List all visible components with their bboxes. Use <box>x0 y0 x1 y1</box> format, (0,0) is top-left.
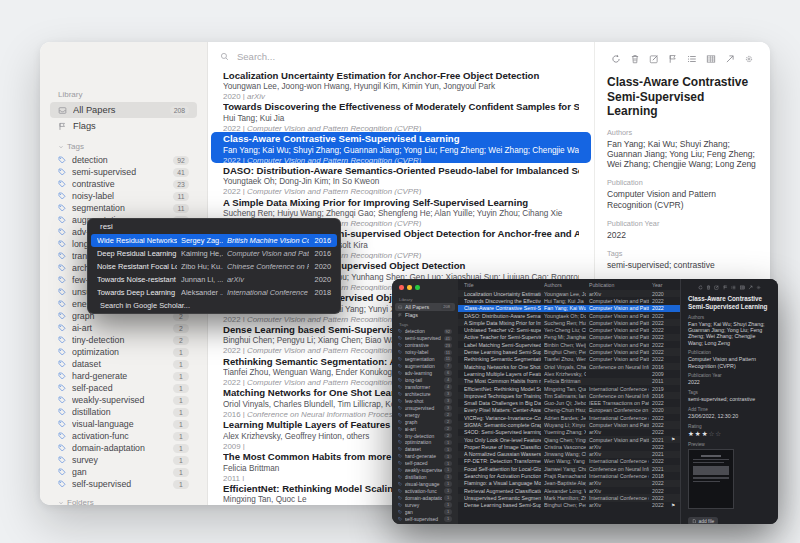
sidebar-tag-item[interactable]: ai-art 2 <box>50 322 197 334</box>
share-icon[interactable] <box>748 285 753 290</box>
table-row[interactable]: Towards Discovering the Effectiveness of… <box>458 297 680 304</box>
sidebar-tag-item[interactable]: dataset 1 <box>395 446 455 453</box>
sidebar-item-all-papers[interactable]: All Papers 208 <box>395 303 455 311</box>
table-row[interactable]: FP-DETR: Detection Transformer Advanced … <box>458 458 680 465</box>
sidebar-item-all-papers[interactable]: All Papers 208 <box>50 102 197 118</box>
sidebar-tag-item[interactable]: survey 1 <box>50 454 197 466</box>
paper-row[interactable]: Towards Discovering the Effectiveness of… <box>211 100 591 132</box>
sidebar-tag-item[interactable]: optimization 1 <box>395 439 455 446</box>
sidebar-tag-item[interactable]: semi-supervised 41 <box>50 166 197 178</box>
zoom-button[interactable] <box>415 285 420 290</box>
sidebar-tag-item[interactable]: noisy-label 11 <box>50 190 197 202</box>
table-row[interactable]: Localization Uncertainty Estimation for … <box>458 290 680 297</box>
sidebar-tag-item[interactable]: unsupervised 3 <box>395 404 455 411</box>
google-scholar-option[interactable]: Search in Google Scholar... <box>88 299 340 313</box>
rating-stars[interactable]: ★★★☆☆ <box>688 430 771 438</box>
gear-icon[interactable] <box>744 54 754 64</box>
table-row[interactable]: You Only Look One-level Feature Qiang Ch… <box>458 436 680 443</box>
popup-result-row[interactable]: Deep Residual Learning for Image Reco...… <box>91 247 337 260</box>
table-row[interactable]: Improved Techniques for Training GANs Ti… <box>458 392 680 399</box>
sidebar-tag-item[interactable]: contrastive 23 <box>395 342 455 349</box>
table-row[interactable]: Learning Multiple Layers of Features fro… <box>458 370 680 377</box>
table-row[interactable]: Class-Aware Contrastive Semi-Supervised … <box>458 305 680 312</box>
paper-row[interactable]: Class-Aware Contrastive Semi-Supervised … <box>211 132 591 164</box>
sidebar-tag-item[interactable]: self-paced 1 <box>50 382 197 394</box>
table-row[interactable]: Dense Learning based Semi-Supervised Obj… <box>458 502 680 509</box>
paper-row[interactable]: DASO: Distribution-Aware Semantics-Orien… <box>211 163 591 195</box>
table-row[interactable]: Searching for Activation Functions. Praj… <box>458 472 680 479</box>
sidebar-tag-item[interactable]: gan 1 <box>395 508 455 515</box>
close-button[interactable] <box>399 285 404 290</box>
sidebar-tag-item[interactable]: transformer 4 <box>395 384 455 391</box>
list-view-icon[interactable] <box>687 54 697 64</box>
table-row[interactable]: The Most Common Habits from more than 20… <box>458 378 680 385</box>
popup-result-row[interactable]: Towards Deep Learning Models Resista... … <box>91 286 337 299</box>
popup-result-row[interactable]: Wide Residual Networks. Sergey Zag... Br… <box>91 234 337 247</box>
table-row[interactable]: S4OD: Semi-Supervised learning for Singl… <box>458 429 680 436</box>
table-row[interactable]: Matching Networks for One Shot Learning.… <box>458 363 680 370</box>
sidebar-tag-item[interactable]: graph 2 <box>395 418 455 425</box>
table-row[interactable]: Small Data Challenges in Big Data Era: A… <box>458 399 680 406</box>
sidebar-tag-item[interactable]: self-paced 1 <box>395 460 455 467</box>
popup-result-row[interactable]: Noise Resistant Focal Loss for Object D.… <box>91 260 337 273</box>
table-row[interactable]: Proper Reuse of Image Classification Fea… <box>458 443 680 450</box>
table-row[interactable]: DASO: Distribution-Aware Semantics-Orien… <box>458 312 680 319</box>
table-row[interactable]: Active Teacher for Semi-Supervised Objec… <box>458 334 680 341</box>
table-row[interactable]: Focal Self-attention for Local-Global In… <box>458 465 680 472</box>
sidebar-tag-item[interactable]: tiny-detection 2 <box>395 432 455 439</box>
dark-window-controls[interactable] <box>399 285 420 290</box>
search-input[interactable] <box>235 50 539 63</box>
sidebar-tag-item[interactable]: segmentation 11 <box>395 356 455 363</box>
sidebar-folders-label[interactable]: Folders <box>58 498 197 505</box>
sidebar-tags-label[interactable]: Tags <box>399 322 455 327</box>
sidebar-tag-item[interactable]: distillation 1 <box>50 406 197 418</box>
share-icon[interactable] <box>725 54 735 64</box>
table-row[interactable]: Flamingo: a Visual Language Model for Fe… <box>458 480 680 487</box>
sidebar-tag-item[interactable]: detection 92 <box>50 154 197 166</box>
sidebar-tag-item[interactable]: architecture 3 <box>395 390 455 397</box>
table-view-icon[interactable] <box>706 54 716 64</box>
paper-row[interactable]: Localization Uncertainty Estimation for … <box>211 68 591 100</box>
sidebar-tag-item[interactable]: activation-func 1 <box>50 430 197 442</box>
table-row[interactable]: Retrieval Augmented Classification for L… <box>458 487 680 494</box>
trash-icon[interactable] <box>706 285 711 290</box>
sidebar-tag-item[interactable]: tiny-detection 2 <box>50 334 197 346</box>
sidebar-tag-item[interactable]: distillation 1 <box>395 474 455 481</box>
sidebar-tag-item[interactable]: weakly-supervised 1 <box>50 394 197 406</box>
table-header[interactable]: Title Authors Publication Year <box>458 279 680 290</box>
table-row[interactable]: Label Matching Semi-Supervised Object De… <box>458 341 680 348</box>
sidebar-tag-item[interactable]: long-tail 4 <box>395 377 455 384</box>
sidebar-tag-item[interactable]: few-shot 3 <box>395 397 455 404</box>
sidebar-tag-item[interactable]: hard-generate 1 <box>395 453 455 460</box>
trash-icon[interactable] <box>630 54 640 64</box>
sidebar-tag-item[interactable]: augmentation 7 <box>395 363 455 370</box>
search-bar[interactable] <box>220 48 594 64</box>
refresh-icon[interactable] <box>698 285 703 290</box>
sidebar-tag-item[interactable]: domain-adaptation 1 <box>50 442 197 454</box>
table-view-icon[interactable] <box>740 285 745 290</box>
sidebar-tag-item[interactable]: energy 2 <box>395 411 455 418</box>
sidebar-tag-item[interactable]: contrastive 23 <box>50 178 197 190</box>
sidebar-item-flags[interactable]: Flags <box>395 311 455 319</box>
list-view-icon[interactable] <box>731 285 736 290</box>
sidebar-tag-item[interactable]: adv-learning 6 <box>395 370 455 377</box>
sidebar-tag-item[interactable]: visual-language 1 <box>50 418 197 430</box>
table-row[interactable]: VICReg: Variance-Invariance-Covariance R… <box>458 414 680 421</box>
sidebar-tag-item[interactable]: noisy-label 11 <box>395 349 455 356</box>
table-row[interactable]: Dense Learning based Semi-Supervised Obj… <box>458 348 680 355</box>
attachment-chip[interactable]: add file <box>688 517 718 524</box>
sidebar-tag-item[interactable]: activation-func 1 <box>395 488 455 495</box>
sidebar-tag-item[interactable]: gan 1 <box>50 466 197 478</box>
table-row[interactable]: Unbiased Teacher v2: Semi-supervised Obj… <box>458 326 680 333</box>
sidebar-tag-item[interactable]: semi-supervised 41 <box>395 335 455 342</box>
table-row[interactable]: Every Pixel Matters: Center-Aware Featur… <box>458 407 680 414</box>
table-row[interactable]: Unsupervised Semantic Segmentation by Di… <box>458 494 680 501</box>
sidebar-tag-item[interactable]: self-supervised 1 <box>395 515 455 522</box>
sidebar-tag-item[interactable]: self-supervised 1 <box>50 478 197 490</box>
sidebar-tag-item[interactable]: visual-language 1 <box>395 481 455 488</box>
refresh-icon[interactable] <box>611 54 621 64</box>
sidebar-tag-item[interactable]: dataset 1 <box>50 358 197 370</box>
sidebar-tag-item[interactable]: weakly-supervised 1 <box>395 467 455 474</box>
flag-icon[interactable] <box>723 285 728 290</box>
sidebar-tag-item[interactable]: domain-adaptation 1 <box>395 495 455 502</box>
